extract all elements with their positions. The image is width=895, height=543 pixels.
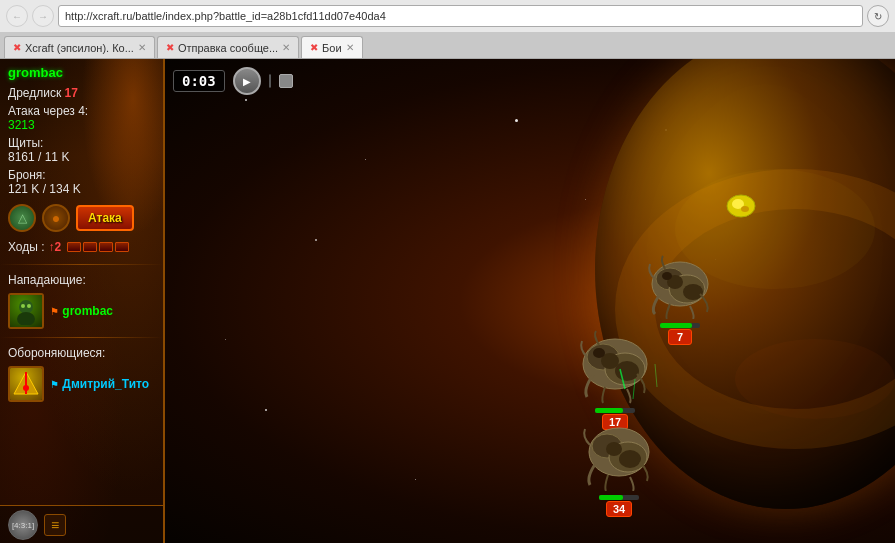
turns-row: Ходы : ↑2	[0, 238, 163, 260]
tab-icon-xcraft: ✖	[13, 42, 21, 53]
svg-point-29	[741, 206, 749, 212]
tab-close-message[interactable]: ✕	[282, 42, 290, 53]
unit-sprite-1[interactable]: 7	[645, 254, 715, 345]
attacker-avatar-img	[10, 295, 42, 327]
circle-button[interactable]: ●	[42, 204, 70, 232]
tab-close-battle[interactable]: ✕	[346, 42, 354, 53]
pip-4	[115, 242, 129, 252]
ship-body-1	[645, 254, 715, 322]
turns-label: Ходы :	[8, 240, 45, 254]
armor-row: Броня: 121 K / 134 K	[0, 166, 163, 198]
shields-label: Щиты:	[8, 136, 155, 150]
attacker-avatar-icon	[12, 297, 40, 325]
health-fill-2	[595, 408, 623, 413]
turn-pips	[67, 242, 129, 252]
unit-sprite-2[interactable]: 17	[575, 329, 655, 430]
svg-point-20	[615, 361, 639, 381]
unit-type-label: Дредлиск 17	[8, 86, 78, 100]
yellow-object	[723, 191, 759, 224]
health-fill-3	[599, 495, 623, 500]
svg-point-15	[662, 272, 672, 280]
svg-point-25	[606, 442, 622, 456]
progress-bar[interactable]	[269, 74, 271, 88]
address-bar[interactable]: http://xcraft.ru/battle/index.php?battle…	[58, 5, 863, 27]
ship-body-2	[575, 329, 655, 407]
health-bar-1	[660, 323, 700, 328]
attack-label: Атака через 4:	[8, 104, 155, 118]
back-button[interactable]: ←	[6, 5, 28, 27]
player-name: grombac	[0, 59, 163, 84]
attacker-avatar	[8, 293, 44, 329]
health-fill-1	[660, 323, 692, 328]
divider-1	[0, 264, 163, 265]
shields-value: 8161 / 11 K	[8, 150, 155, 164]
triangle-button[interactable]: △	[8, 204, 36, 232]
defender-name[interactable]: Дмитрий_Тито	[62, 377, 149, 391]
svg-point-1	[17, 312, 35, 325]
unit-count-1: 7	[668, 329, 692, 345]
defender-row: ⚑ Дмитрий_Тито	[0, 362, 163, 406]
game-timer-bar: 0:03 ▶	[173, 67, 293, 95]
svg-point-9	[735, 339, 895, 419]
refresh-button[interactable]: ↻	[867, 5, 889, 27]
defenders-label: Обороняющиеся:	[0, 342, 163, 362]
timer-display: 0:03	[173, 70, 225, 92]
defender-avatar	[8, 366, 44, 402]
unit-type-row: Дредлиск 17	[0, 84, 163, 102]
attack-button[interactable]: Атака	[76, 205, 134, 231]
tab-battle[interactable]: ✖ Бои ✕	[301, 36, 362, 58]
tab-xcraft[interactable]: ✖ Xcraft (эпсилон). Ко... ✕	[4, 36, 155, 58]
game-wrapper: grombac Дредлиск 17 Атака через 4: 3213 …	[0, 59, 895, 543]
forward-button[interactable]: →	[32, 5, 54, 27]
tabs-bar: ✖ Xcraft (эпсилон). Ко... ✕ ✖ Отправка с…	[0, 32, 895, 58]
svg-point-2	[21, 304, 25, 308]
armor-value: 121 K / 134 K	[8, 182, 155, 196]
play-button[interactable]: ▶	[233, 67, 261, 95]
left-panel: grombac Дредлиск 17 Атака через 4: 3213 …	[0, 59, 165, 543]
shields-row: Щиты: 8161 / 11 K	[0, 134, 163, 166]
progress-end	[279, 74, 293, 88]
play-icon: ▶	[243, 76, 251, 87]
triangle-icon: △	[18, 211, 27, 225]
game-canvas: 0:03 ▶	[165, 59, 895, 543]
ship-svg-1	[645, 254, 715, 319]
pip-3	[99, 242, 113, 252]
menu-button[interactable]: ≡	[44, 514, 66, 536]
action-buttons: △ ● Атака	[0, 198, 163, 238]
health-bar-3	[599, 495, 639, 500]
tab-icon-battle: ✖	[310, 42, 318, 53]
pip-1	[67, 242, 81, 252]
browser-chrome: ← → http://xcraft.ru/battle/index.php?ba…	[0, 0, 895, 59]
svg-point-6	[23, 385, 29, 391]
pip-2	[83, 242, 97, 252]
unit-count-3: 34	[606, 501, 632, 517]
attack-row: Атака через 4: 3213	[0, 102, 163, 134]
tab-icon-message: ✖	[166, 42, 174, 53]
bottom-bar: [4:3:1] ≡	[0, 505, 163, 543]
browser-nav: ← → http://xcraft.ru/battle/index.php?ba…	[0, 0, 895, 32]
svg-point-26	[619, 450, 641, 468]
tab-close-xcraft[interactable]: ✕	[138, 42, 146, 53]
tab-message[interactable]: ✖ Отправка сообще... ✕	[157, 36, 299, 58]
ratio-badge: [4:3:1]	[8, 510, 38, 540]
menu-icon: ≡	[51, 517, 59, 533]
defender-info: ⚑ Дмитрий_Тито	[50, 377, 149, 391]
attacker-row: ⚑ grombac	[0, 289, 163, 333]
defender-avatar-img	[10, 368, 42, 400]
attacker-flag: ⚑	[50, 306, 59, 317]
turns-count: ↑2	[49, 240, 62, 254]
circle-icon: ●	[52, 210, 60, 226]
ship-body-3	[580, 419, 658, 494]
attacker-info: ⚑ grombac	[50, 304, 113, 318]
svg-point-21	[593, 348, 605, 358]
svg-point-0	[19, 300, 33, 314]
yellow-svg	[723, 191, 759, 221]
attacker-name[interactable]: grombac	[62, 304, 113, 318]
defender-flag: ⚑	[50, 379, 59, 390]
attackers-label: Нападающие:	[0, 269, 163, 289]
unit-sprite-3[interactable]: 34	[580, 419, 658, 517]
attack-value: 3213	[8, 118, 155, 132]
divider-2	[0, 337, 163, 338]
ship-svg-3	[580, 419, 658, 491]
svg-point-14	[683, 284, 703, 300]
